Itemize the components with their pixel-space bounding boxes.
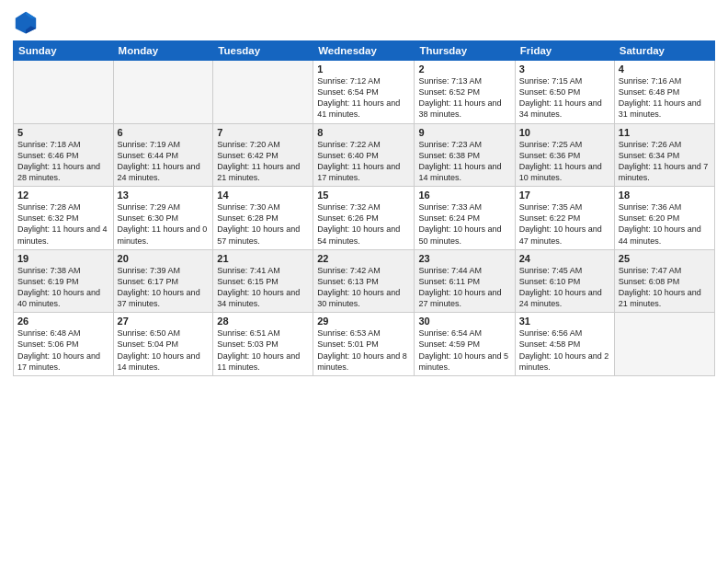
day-info: Sunrise: 7:13 AM Sunset: 6:52 PM Dayligh…	[418, 75, 510, 121]
day-info: Sunrise: 7:33 AM Sunset: 6:24 PM Dayligh…	[418, 201, 510, 247]
day-info: Sunrise: 7:35 AM Sunset: 6:22 PM Dayligh…	[519, 201, 610, 247]
day-number: 10	[519, 127, 610, 138]
day-number: 24	[519, 253, 610, 264]
day-number: 12	[17, 190, 109, 201]
calendar-day: 21Sunrise: 7:41 AM Sunset: 6:15 PM Dayli…	[213, 249, 313, 313]
day-info: Sunrise: 7:42 AM Sunset: 6:13 PM Dayligh…	[317, 265, 410, 310]
calendar-day: 13Sunrise: 7:29 AM Sunset: 6:30 PM Dayli…	[113, 187, 213, 250]
day-number: 9	[418, 127, 510, 138]
day-number: 2	[418, 63, 510, 75]
day-number: 22	[317, 253, 410, 264]
day-number: 27	[118, 316, 210, 327]
day-info: Sunrise: 6:48 AM Sunset: 5:06 PM Dayligh…	[17, 327, 109, 373]
day-number: 30	[418, 316, 510, 327]
day-number: 13	[118, 190, 210, 201]
calendar-day: 14Sunrise: 7:30 AM Sunset: 6:28 PM Dayli…	[213, 187, 313, 250]
weekday-header-friday: Friday	[515, 41, 614, 61]
day-info: Sunrise: 7:18 AM Sunset: 6:46 PM Dayligh…	[17, 139, 109, 184]
calendar-day: 12Sunrise: 7:28 AM Sunset: 6:32 PM Dayli…	[14, 187, 114, 250]
weekday-header-sunday: Sunday	[14, 41, 114, 61]
calendar-day: 9Sunrise: 7:23 AM Sunset: 6:38 PM Daylig…	[415, 123, 515, 187]
calendar-day: 6Sunrise: 7:19 AM Sunset: 6:44 PM Daylig…	[113, 123, 213, 187]
day-info: Sunrise: 7:44 AM Sunset: 6:11 PM Dayligh…	[418, 265, 510, 310]
calendar-day: 18Sunrise: 7:36 AM Sunset: 6:20 PM Dayli…	[614, 187, 714, 250]
day-info: Sunrise: 6:54 AM Sunset: 4:59 PM Dayligh…	[418, 327, 510, 373]
day-number: 31	[519, 316, 610, 327]
day-number: 23	[418, 253, 510, 264]
calendar-day: 1Sunrise: 7:12 AM Sunset: 6:54 PM Daylig…	[313, 61, 415, 124]
calendar-week-row: 19Sunrise: 7:38 AM Sunset: 6:19 PM Dayli…	[14, 249, 715, 313]
logo-icon	[13, 9, 39, 35]
day-info: Sunrise: 6:50 AM Sunset: 5:04 PM Dayligh…	[118, 327, 210, 373]
calendar-day: 20Sunrise: 7:39 AM Sunset: 6:17 PM Dayli…	[113, 249, 213, 313]
day-info: Sunrise: 7:36 AM Sunset: 6:20 PM Dayligh…	[619, 201, 711, 247]
day-number: 16	[418, 190, 510, 201]
day-info: Sunrise: 7:45 AM Sunset: 6:10 PM Dayligh…	[519, 265, 610, 310]
day-info: Sunrise: 7:23 AM Sunset: 6:38 PM Dayligh…	[418, 139, 510, 184]
calendar-day: 11Sunrise: 7:26 AM Sunset: 6:34 PM Dayli…	[614, 123, 714, 187]
calendar-day: 10Sunrise: 7:25 AM Sunset: 6:36 PM Dayli…	[515, 123, 614, 187]
day-info: Sunrise: 7:19 AM Sunset: 6:44 PM Dayligh…	[118, 139, 210, 184]
day-info: Sunrise: 7:26 AM Sunset: 6:34 PM Dayligh…	[619, 139, 711, 184]
day-number: 5	[17, 127, 109, 138]
day-number: 18	[619, 190, 711, 201]
day-number: 7	[217, 127, 309, 138]
day-number: 14	[217, 190, 309, 201]
day-number: 4	[619, 63, 711, 75]
day-info: Sunrise: 7:16 AM Sunset: 6:48 PM Dayligh…	[619, 75, 711, 121]
calendar-day: 16Sunrise: 7:33 AM Sunset: 6:24 PM Dayli…	[415, 187, 515, 250]
day-number: 6	[118, 127, 210, 138]
day-number: 25	[619, 253, 711, 264]
day-info: Sunrise: 7:47 AM Sunset: 6:08 PM Dayligh…	[619, 265, 711, 310]
day-number: 15	[317, 190, 410, 201]
calendar-day: 25Sunrise: 7:47 AM Sunset: 6:08 PM Dayli…	[614, 249, 714, 313]
calendar-day	[614, 313, 714, 376]
calendar-day: 2Sunrise: 7:13 AM Sunset: 6:52 PM Daylig…	[415, 61, 515, 124]
calendar-day: 7Sunrise: 7:20 AM Sunset: 6:42 PM Daylig…	[213, 123, 313, 187]
day-info: Sunrise: 6:53 AM Sunset: 5:01 PM Dayligh…	[317, 327, 410, 373]
day-info: Sunrise: 7:25 AM Sunset: 6:36 PM Dayligh…	[519, 139, 610, 184]
day-number: 8	[317, 127, 410, 138]
day-info: Sunrise: 7:20 AM Sunset: 6:42 PM Dayligh…	[217, 139, 309, 184]
page: SundayMondayTuesdayWednesdayThursdayFrid…	[0, 0, 728, 563]
day-info: Sunrise: 7:41 AM Sunset: 6:15 PM Dayligh…	[217, 265, 309, 310]
calendar-day: 30Sunrise: 6:54 AM Sunset: 4:59 PM Dayli…	[415, 313, 515, 376]
calendar-day	[113, 61, 213, 124]
day-number: 1	[317, 63, 410, 75]
day-info: Sunrise: 7:15 AM Sunset: 6:50 PM Dayligh…	[519, 75, 610, 121]
calendar-day	[213, 61, 313, 124]
calendar-day: 19Sunrise: 7:38 AM Sunset: 6:19 PM Dayli…	[14, 249, 114, 313]
calendar-day: 26Sunrise: 6:48 AM Sunset: 5:06 PM Dayli…	[14, 313, 114, 376]
calendar-day: 22Sunrise: 7:42 AM Sunset: 6:13 PM Dayli…	[313, 249, 415, 313]
day-number: 17	[519, 190, 610, 201]
day-info: Sunrise: 7:32 AM Sunset: 6:26 PM Dayligh…	[317, 201, 410, 247]
calendar-day: 23Sunrise: 7:44 AM Sunset: 6:11 PM Dayli…	[415, 249, 515, 313]
day-info: Sunrise: 7:22 AM Sunset: 6:40 PM Dayligh…	[317, 139, 410, 184]
day-info: Sunrise: 7:29 AM Sunset: 6:30 PM Dayligh…	[118, 201, 210, 247]
weekday-header-tuesday: Tuesday	[213, 41, 313, 61]
calendar-week-row: 12Sunrise: 7:28 AM Sunset: 6:32 PM Dayli…	[14, 187, 715, 250]
calendar-day: 4Sunrise: 7:16 AM Sunset: 6:48 PM Daylig…	[614, 61, 714, 124]
day-info: Sunrise: 6:51 AM Sunset: 5:03 PM Dayligh…	[217, 327, 309, 373]
day-info: Sunrise: 7:30 AM Sunset: 6:28 PM Dayligh…	[217, 201, 309, 247]
calendar-day: 8Sunrise: 7:22 AM Sunset: 6:40 PM Daylig…	[313, 123, 415, 187]
day-number: 29	[317, 316, 410, 327]
day-number: 21	[217, 253, 309, 264]
calendar-day: 5Sunrise: 7:18 AM Sunset: 6:46 PM Daylig…	[14, 123, 114, 187]
logo	[13, 9, 40, 35]
day-info: Sunrise: 7:38 AM Sunset: 6:19 PM Dayligh…	[17, 265, 109, 310]
day-number: 26	[17, 316, 109, 327]
weekday-header-wednesday: Wednesday	[313, 41, 415, 61]
day-info: Sunrise: 7:12 AM Sunset: 6:54 PM Dayligh…	[317, 75, 410, 121]
day-number: 20	[118, 253, 210, 264]
day-info: Sunrise: 7:28 AM Sunset: 6:32 PM Dayligh…	[17, 201, 109, 247]
calendar-day	[14, 61, 114, 124]
calendar: SundayMondayTuesdayWednesdayThursdayFrid…	[13, 40, 715, 376]
weekday-header-monday: Monday	[113, 41, 213, 61]
day-number: 11	[619, 127, 711, 138]
header	[13, 9, 715, 35]
day-number: 28	[217, 316, 309, 327]
calendar-day: 27Sunrise: 6:50 AM Sunset: 5:04 PM Dayli…	[113, 313, 213, 376]
calendar-day: 28Sunrise: 6:51 AM Sunset: 5:03 PM Dayli…	[213, 313, 313, 376]
day-number: 19	[17, 253, 109, 264]
